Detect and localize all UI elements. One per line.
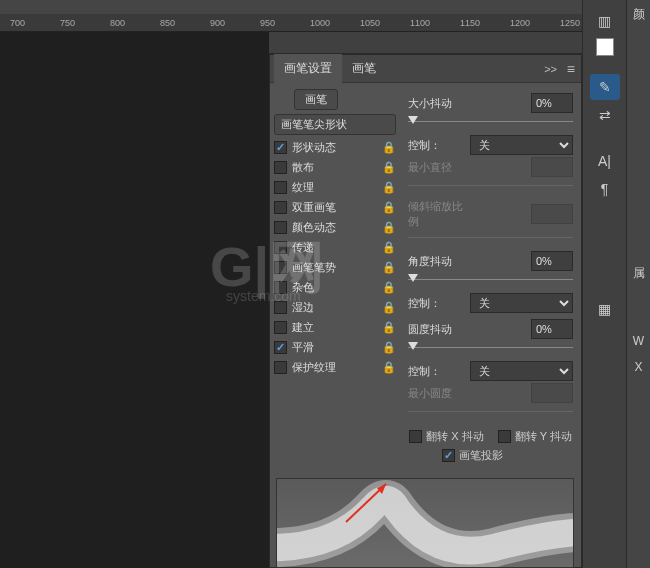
properties-icon[interactable]: ▦ [590,296,620,322]
tilt-scale-label: 倾斜缩放比例 [408,199,470,229]
brush-option-8[interactable]: 湿边🔒 [270,297,400,317]
brush-option-7[interactable]: 杂色🔒 [270,277,400,297]
angle-jitter-label: 角度抖动 [408,254,470,269]
panel-toggle-icon[interactable]: ▥ [590,8,620,34]
flip-x-checkbox[interactable] [409,430,422,443]
option-label: 画笔笔势 [292,260,382,275]
flip-y-label: 翻转 Y 抖动 [515,429,572,444]
lock-icon[interactable]: 🔒 [382,321,396,334]
min-roundness-label: 最小圆度 [408,386,470,401]
character-panel-icon[interactable]: A| [590,148,620,174]
option-checkbox[interactable] [274,341,287,354]
flip-y-checkbox[interactable] [498,430,511,443]
size-jitter-slider[interactable] [408,115,573,129]
panel-dock-header[interactable] [269,32,582,54]
control-label: 控制： [408,138,470,153]
brush-tip-shape-header[interactable]: 画笔笔尖形状 [274,114,396,135]
option-checkbox[interactable] [274,141,287,154]
brush-option-4[interactable]: 颜色动态🔒 [270,217,400,237]
option-label: 双重画笔 [292,200,382,215]
brush-option-10[interactable]: 平滑🔒 [270,337,400,357]
option-checkbox[interactable] [274,181,287,194]
option-label: 传递 [292,240,382,255]
brush-option-11[interactable]: 保护纹理🔒 [270,357,400,377]
brush-option-2[interactable]: 纹理🔒 [270,177,400,197]
tilt-scale-input [531,204,573,224]
collapse-icon[interactable]: >> [544,63,557,75]
roundness-jitter-label: 圆度抖动 [408,322,470,337]
option-checkbox[interactable] [274,361,287,374]
lock-icon[interactable]: 🔒 [382,241,396,254]
option-checkbox[interactable] [274,221,287,234]
size-jitter-label: 大小抖动 [408,96,470,111]
tab-brush-settings[interactable]: 画笔设置 [274,54,342,83]
ruler-tick: 750 [60,18,75,28]
option-label: 形状动态 [292,140,382,155]
brush-projection-checkbox[interactable]: ✓ [442,449,455,462]
ruler-tick: 1200 [510,18,530,28]
angle-jitter-slider[interactable] [408,273,573,287]
lock-icon[interactable]: 🔒 [382,141,396,154]
lock-icon[interactable]: 🔒 [382,181,396,194]
roundness-jitter-input[interactable] [531,319,573,339]
tab-brushes[interactable]: 画笔 [342,54,386,83]
lock-icon[interactable]: 🔒 [382,281,396,294]
control-label-3: 控制： [408,364,470,379]
ruler-tick: 1250 [560,18,580,28]
color-panel-tab[interactable]: 颜 [627,0,650,29]
brush-option-9[interactable]: 建立🔒 [270,317,400,337]
ruler-tick: 1050 [360,18,380,28]
min-diameter-label: 最小直径 [408,160,470,175]
option-checkbox[interactable] [274,321,287,334]
foreground-color-swatch[interactable] [596,38,614,56]
option-label: 颜色动态 [292,220,382,235]
option-label: 杂色 [292,280,382,295]
brush-stroke-preview [276,478,574,568]
lock-icon[interactable]: 🔒 [382,361,396,374]
size-control-select[interactable]: 关 [470,135,573,155]
lock-icon[interactable]: 🔒 [382,201,396,214]
ruler-tick: 800 [110,18,125,28]
canvas-area[interactable] [0,32,269,568]
right-toolbar: ▥ ✎ ⇄ A| ¶ ▦ [582,0,626,568]
option-checkbox[interactable] [274,201,287,214]
lock-icon[interactable]: 🔒 [382,221,396,234]
option-checkbox[interactable] [274,261,287,274]
x-label: X [627,354,650,380]
brush-presets-button[interactable]: 画笔 [294,89,338,110]
panel-menu-icon[interactable]: ≡ [567,61,575,77]
option-checkbox[interactable] [274,281,287,294]
option-checkbox[interactable] [274,301,287,314]
paragraph-panel-icon[interactable]: ¶ [590,176,620,202]
adjustments-icon[interactable]: ⇄ [590,102,620,128]
brush-option-3[interactable]: 双重画笔🔒 [270,197,400,217]
brush-option-0[interactable]: 形状动态🔒 [270,137,400,157]
angle-jitter-input[interactable] [531,251,573,271]
lock-icon[interactable]: 🔒 [382,161,396,174]
lock-icon[interactable]: 🔒 [382,341,396,354]
brush-option-1[interactable]: 散布🔒 [270,157,400,177]
option-label: 湿边 [292,300,382,315]
min-roundness-input [531,383,573,403]
size-jitter-input[interactable] [531,93,573,113]
ruler-tick: 850 [160,18,175,28]
brush-tool-icon[interactable]: ✎ [590,74,620,100]
properties-panel-tab[interactable]: 属 [627,259,650,288]
lock-icon[interactable]: 🔒 [382,261,396,274]
option-checkbox[interactable] [274,161,287,174]
angle-control-select[interactable]: 关 [470,293,573,313]
roundness-jitter-slider[interactable] [408,341,573,355]
panel-tab-bar: 画笔设置 画笔 >> ≡ [270,55,581,83]
brush-option-5[interactable]: 传递🔒 [270,237,400,257]
option-checkbox[interactable] [274,241,287,254]
option-label: 散布 [292,160,382,175]
lock-icon[interactable]: 🔒 [382,301,396,314]
min-diameter-slider [408,179,573,193]
ruler-tick: 1000 [310,18,330,28]
brush-option-6[interactable]: 画笔笔势🔒 [270,257,400,277]
tilt-scale-slider [408,231,573,245]
roundness-control-select[interactable]: 关 [470,361,573,381]
option-label: 保护纹理 [292,360,382,375]
ruler-tick: 1150 [460,18,480,28]
app-topbar [0,0,650,14]
